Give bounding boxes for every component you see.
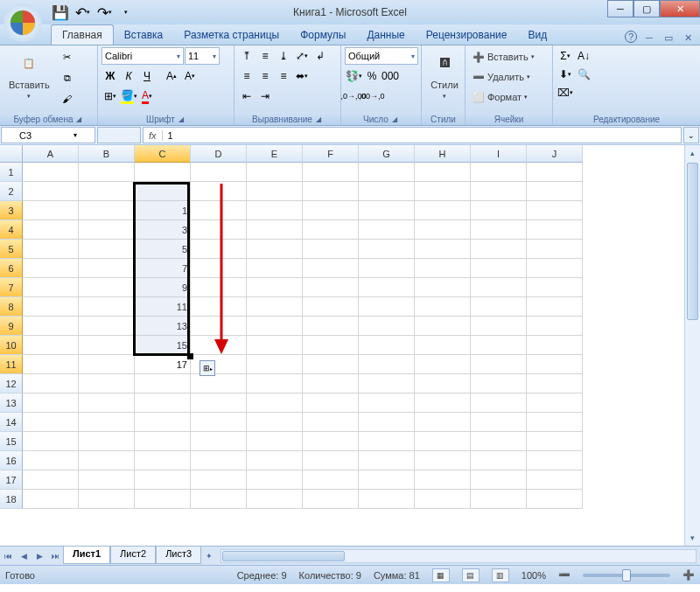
cell[interactable] <box>303 355 359 374</box>
row-header[interactable]: 6 <box>0 259 23 278</box>
cell[interactable] <box>247 432 303 451</box>
cell[interactable] <box>79 297 135 317</box>
cell[interactable] <box>415 470 471 490</box>
undo-button[interactable]: ↶▾ <box>73 3 92 22</box>
cell[interactable] <box>303 413 359 432</box>
cell[interactable] <box>359 451 415 470</box>
scroll-up-button[interactable]: ▴ <box>685 145 700 161</box>
sort-filter-button[interactable]: A↓ <box>575 47 592 65</box>
cell[interactable]: 1 <box>135 201 191 220</box>
cell[interactable]: 9 <box>135 278 191 297</box>
row-header[interactable]: 8 <box>0 297 23 317</box>
cell[interactable] <box>527 336 583 355</box>
cell[interactable] <box>23 182 79 201</box>
row-header[interactable]: 13 <box>0 394 23 413</box>
cell[interactable] <box>359 201 415 220</box>
cell[interactable] <box>23 374 79 394</box>
row-header[interactable]: 7 <box>0 278 23 297</box>
align-top-button[interactable]: ⤒ <box>238 47 256 65</box>
clear-button[interactable]: ⌧▾ <box>556 84 574 101</box>
cell[interactable] <box>471 317 527 336</box>
cell[interactable] <box>79 413 135 432</box>
cell[interactable] <box>527 470 583 490</box>
cell[interactable] <box>135 432 191 451</box>
copy-button[interactable]: ⧉ <box>58 68 77 87</box>
styles-button[interactable]: 🅰 Стили ▾ <box>425 47 464 101</box>
cell[interactable] <box>471 259 527 278</box>
row-header[interactable]: 3 <box>0 201 23 220</box>
ribbon-tab-2[interactable]: Разметка страницы <box>173 25 290 45</box>
cell[interactable] <box>191 470 247 490</box>
cell[interactable] <box>23 201 79 220</box>
first-sheet-button[interactable]: ⏮ <box>0 548 16 564</box>
cell[interactable] <box>471 182 527 201</box>
cell[interactable] <box>527 355 583 374</box>
shrink-font-button[interactable]: A▾ <box>181 67 199 85</box>
align-right-button[interactable]: ≡ <box>275 67 292 85</box>
cell[interactable] <box>527 432 583 451</box>
cell[interactable] <box>247 490 303 509</box>
column-header[interactable]: H <box>415 145 471 163</box>
cell[interactable] <box>359 317 415 336</box>
cell[interactable] <box>359 163 415 182</box>
row-header[interactable]: 9 <box>0 317 23 336</box>
cell[interactable] <box>23 451 79 470</box>
cell[interactable] <box>415 394 471 413</box>
cell[interactable] <box>247 297 303 317</box>
merge-button[interactable]: ⬌▾ <box>293 67 311 85</box>
paste-button[interactable]: 📋 Вставить ▾ <box>4 47 55 101</box>
maximize-button[interactable]: ▢ <box>634 0 660 17</box>
cell[interactable] <box>247 470 303 490</box>
ribbon-tab-5[interactable]: Рецензирование <box>416 25 518 45</box>
cell[interactable] <box>303 470 359 490</box>
zoom-level[interactable]: 100% <box>522 570 546 581</box>
dialog-launcher-icon[interactable]: ◢ <box>177 115 186 124</box>
page-break-view-button[interactable]: ▥ <box>492 568 509 582</box>
cell[interactable] <box>359 394 415 413</box>
row-header[interactable]: 5 <box>0 240 23 259</box>
scroll-thumb[interactable] <box>222 551 345 561</box>
cell[interactable] <box>79 451 135 470</box>
column-header[interactable]: B <box>79 145 135 163</box>
row-header[interactable]: 16 <box>0 451 23 470</box>
cell[interactable] <box>247 374 303 394</box>
cell[interactable] <box>247 317 303 336</box>
cell[interactable] <box>79 220 135 240</box>
cell[interactable] <box>471 336 527 355</box>
cell[interactable] <box>527 182 583 201</box>
cell[interactable] <box>527 413 583 432</box>
cell[interactable]: 13 <box>135 317 191 336</box>
cut-button[interactable]: ✂ <box>58 47 77 66</box>
cell[interactable] <box>415 432 471 451</box>
qat-customize[interactable]: ▾ <box>116 3 136 22</box>
cell[interactable] <box>303 163 359 182</box>
cell[interactable] <box>415 201 471 220</box>
restore-window-icon[interactable]: ▭ <box>662 31 676 45</box>
cell[interactable] <box>471 394 527 413</box>
column-header[interactable]: F <box>303 145 359 163</box>
format-painter-button[interactable]: 🖌 <box>58 89 77 108</box>
cell[interactable] <box>79 374 135 394</box>
cell[interactable]: 7 <box>135 259 191 278</box>
cell[interactable] <box>303 297 359 317</box>
cell[interactable] <box>79 317 135 336</box>
cell[interactable] <box>415 490 471 509</box>
help-icon[interactable]: ? <box>625 31 637 43</box>
cell[interactable] <box>79 240 135 259</box>
close-button[interactable]: ✕ <box>660 0 700 17</box>
font-size-combo[interactable]: 11▾ <box>185 47 220 65</box>
prev-sheet-button[interactable]: ◀ <box>16 548 32 564</box>
cell[interactable] <box>79 163 135 182</box>
cell[interactable] <box>247 163 303 182</box>
office-button[interactable] <box>2 2 49 44</box>
select-all-corner[interactable] <box>0 145 23 163</box>
cell[interactable] <box>471 355 527 374</box>
row-header[interactable]: 15 <box>0 432 23 451</box>
ribbon-tab-0[interactable]: Главная <box>51 24 114 45</box>
cell[interactable] <box>191 374 247 394</box>
zoom-thumb[interactable] <box>622 569 631 582</box>
cell[interactable] <box>415 355 471 374</box>
vertical-scrollbar[interactable]: ▴ ▾ <box>684 145 700 546</box>
cell[interactable] <box>23 163 79 182</box>
align-center-button[interactable]: ≡ <box>256 67 274 85</box>
